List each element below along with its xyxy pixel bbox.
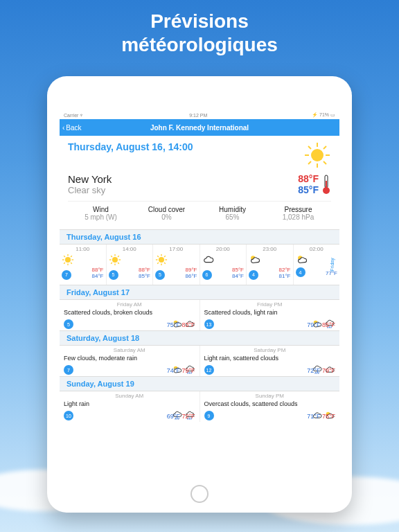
hour-time: 11:00	[62, 246, 104, 252]
app-screen: Carrier ᯤ 9:12 PM ⚡ 71% ▭ ‹ Back John F.…	[60, 111, 339, 477]
hour-time: 14:00	[109, 246, 151, 252]
halfday-pm[interactable]: Saturday PMLight rain, scattered clouds1…	[200, 346, 340, 376]
svg-point-12	[65, 257, 71, 263]
hour-time: 02:00	[296, 246, 338, 252]
svg-line-17	[64, 256, 65, 257]
wind-badge: 13	[204, 319, 214, 329]
status-battery: ⚡ 71% ▭	[312, 112, 335, 118]
svg-line-38	[157, 263, 159, 264]
svg-line-20	[64, 263, 65, 264]
wind-badge: 6	[202, 270, 212, 280]
svg-point-30	[159, 257, 164, 263]
hour-temps: 89°F86°F	[186, 267, 197, 280]
halfday-label: Saturday AM	[64, 347, 195, 353]
svg-line-6	[323, 161, 326, 164]
hourly-cell[interactable]: 17:00589°F86°F	[153, 245, 200, 285]
svg-line-35	[157, 256, 159, 257]
halfday-label: Friday PM	[204, 301, 336, 308]
metric-cloud: Cloud cover0%	[134, 202, 200, 225]
weather-icon	[249, 254, 291, 266]
halfday-label: Friday AM	[64, 301, 195, 308]
wind-badge: 5	[155, 270, 165, 280]
halfday-desc: Scattered clouds, light rain	[204, 309, 336, 316]
hour-time: 17:00	[155, 246, 197, 252]
halfday-am[interactable]: Friday AMScattered clouds, broken clouds…	[60, 300, 200, 330]
halfday-temps: 72°F 79°F	[204, 367, 336, 374]
halfday-am[interactable]: Saturday AMFew clouds, moderate rain774°…	[60, 346, 200, 376]
halfday-temps: 75°F 83°F	[64, 321, 195, 328]
halfday-row: Friday AMScattered clouds, broken clouds…	[60, 300, 339, 330]
back-button[interactable]: ‹ Back	[60, 124, 82, 132]
wind-badge: 7	[64, 365, 73, 375]
halfday-label: Saturday PM	[204, 347, 336, 353]
hour-temps: 82°F81°F	[279, 267, 291, 280]
condition-label: Clear sky	[68, 185, 112, 195]
temp-high: 88°F	[298, 173, 319, 184]
halfday-label: Sunday AM	[64, 393, 195, 399]
wind-badge: 5	[64, 319, 73, 329]
weather-icon	[202, 254, 245, 266]
svg-line-7	[323, 146, 326, 149]
temp-low: 85°F	[298, 184, 319, 195]
metric-wind: Wind5 mph (W)	[68, 202, 134, 225]
metric-humidity: Humidity65%	[200, 202, 265, 225]
halfday-row: Saturday AMFew clouds, moderate rain774°…	[60, 346, 339, 376]
hero-temps: 88°F 85°F	[298, 173, 331, 195]
svg-line-8	[308, 161, 311, 164]
wind-badge: 4	[249, 270, 258, 280]
hour-temps: 88°F84°F	[92, 267, 104, 280]
status-time: 9:12 PM	[189, 113, 207, 118]
hourly-cell[interactable]: 02:00477°FFriday	[294, 245, 340, 285]
svg-rect-11	[326, 181, 327, 189]
halfday-desc: Light rain	[64, 400, 195, 407]
wind-badge: 5	[109, 270, 118, 280]
hour-temps: 77°F	[326, 271, 337, 277]
home-button[interactable]	[190, 485, 209, 503]
carrier-label: Carrier ᯤ	[64, 113, 85, 118]
svg-line-36	[164, 263, 166, 264]
halfday-label: Sunday PM	[204, 393, 336, 399]
halfday-pm[interactable]: Sunday PMOvercast clouds, scattered clou…	[200, 391, 340, 422]
metrics-row: Wind5 mph (W) Cloud cover0% Humidity65% …	[68, 201, 331, 225]
day-header: Saturday, August 18	[60, 330, 339, 346]
svg-line-27	[118, 263, 119, 264]
halfday-desc: Light rain, scattered clouds	[204, 355, 336, 362]
weather-icon	[109, 254, 151, 266]
svg-point-0	[311, 149, 323, 161]
back-label: Back	[66, 124, 81, 132]
hour-time: 23:00	[249, 246, 291, 252]
hour-time: 20:00	[202, 246, 245, 252]
metric-pressure: Pressure1,028 hPa	[265, 202, 331, 225]
hourly-cell[interactable]: 11:00788°F84°F	[60, 245, 107, 285]
hourly-cell[interactable]: 20:00685°F84°F	[200, 245, 247, 285]
wind-badge: 4	[296, 267, 305, 277]
nav-bar: ‹ Back John F. Kennedy International	[60, 119, 339, 136]
sun-icon	[303, 141, 331, 169]
wind-badge: 7	[62, 270, 71, 280]
halfday-pm[interactable]: Friday PMScattered clouds, light rain137…	[200, 300, 340, 330]
page-title: Prévisions météorologiques	[0, 0, 399, 62]
hour-temps: 88°F85°F	[139, 267, 150, 280]
weather-icon	[155, 254, 197, 266]
day-divider-label: Friday	[330, 258, 335, 271]
svg-line-37	[164, 256, 166, 257]
halfday-temps: 69°F 72°F	[64, 413, 195, 420]
svg-line-29	[111, 263, 112, 264]
svg-line-28	[118, 256, 119, 257]
wind-badge: 10	[64, 411, 73, 420]
chevron-left-icon: ‹	[62, 124, 64, 132]
hourly-cell[interactable]: 14:00588°F85°F	[107, 245, 154, 285]
hourly-cell[interactable]: 23:00482°F81°F	[247, 245, 294, 285]
halfday-row: Sunday AMLight rain1069°F 72°FSunday PMO…	[60, 391, 339, 422]
halfday-temps: 71°F 75°F	[204, 413, 336, 420]
wind-badge: 12	[204, 365, 214, 375]
thermometer-icon	[321, 174, 331, 195]
halfday-am[interactable]: Sunday AMLight rain1069°F 72°F	[60, 391, 200, 422]
device-frame: Carrier ᯤ 9:12 PM ⚡ 71% ▭ ‹ Back John F.…	[47, 76, 352, 513]
hero-date: Thursday, August 16, 14:00	[68, 141, 193, 152]
wind-badge: 9	[204, 411, 214, 420]
hourly-row[interactable]: 11:00788°F84°F14:00588°F85°F17:00589°F86…	[60, 245, 339, 285]
weather-icon	[62, 254, 104, 266]
hour-temps: 85°F84°F	[232, 267, 244, 280]
halfday-desc: Scattered clouds, broken clouds	[64, 309, 195, 316]
